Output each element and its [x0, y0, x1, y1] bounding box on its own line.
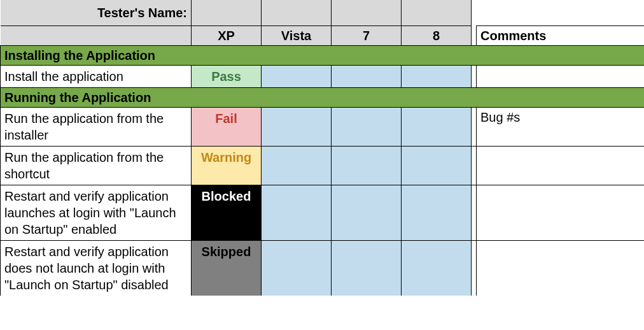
gap — [472, 107, 477, 146]
result-cell[interactable] — [332, 185, 402, 240]
result-cell[interactable] — [402, 107, 472, 146]
test-label: Run the application from the installer — [1, 107, 192, 146]
section-header: Installing the Application — [1, 45, 645, 65]
result-cell[interactable] — [402, 240, 472, 296]
comments-blank — [477, 0, 645, 25]
comment-cell[interactable] — [477, 146, 645, 185]
test-label: Install the application — [1, 65, 192, 87]
test-label: Restart and verify application does not … — [1, 240, 192, 296]
result-cell[interactable] — [262, 240, 332, 296]
col-header-8: 8 — [402, 25, 472, 45]
header-spacer — [1, 25, 192, 45]
col-header-vista: Vista — [262, 25, 332, 45]
gap — [472, 65, 477, 87]
result-cell[interactable] — [332, 240, 402, 296]
tester-name-label: Tester's Name: — [1, 0, 192, 25]
test-label: Restart and verify application launches … — [1, 185, 192, 240]
comment-cell[interactable]: Bug #s — [477, 107, 645, 146]
gap — [472, 25, 477, 45]
result-cell[interactable] — [262, 107, 332, 146]
result-cell[interactable] — [262, 65, 332, 87]
result-cell[interactable] — [402, 65, 472, 87]
result-cell[interactable]: Skipped — [192, 240, 262, 296]
gap — [472, 146, 477, 185]
tester-name-cell-8[interactable] — [402, 0, 472, 25]
col-header-xp: XP — [192, 25, 262, 45]
comment-cell[interactable] — [477, 185, 645, 240]
result-cell[interactable] — [402, 146, 472, 185]
col-header-7: 7 — [332, 25, 402, 45]
result-cell[interactable] — [332, 107, 402, 146]
comment-cell[interactable] — [477, 65, 645, 87]
result-cell[interactable]: Fail — [192, 107, 262, 146]
gap — [472, 0, 477, 25]
result-cell[interactable] — [402, 185, 472, 240]
result-cell[interactable]: Blocked — [192, 185, 262, 240]
result-cell[interactable]: Warning — [192, 146, 262, 185]
result-cell[interactable]: Pass — [192, 65, 262, 87]
result-cell[interactable] — [262, 185, 332, 240]
col-header-comments: Comments — [477, 25, 645, 45]
tester-name-cell-vista[interactable] — [262, 0, 332, 25]
tester-name-cell-xp[interactable] — [192, 0, 262, 25]
test-label: Run the application from the shortcut — [1, 146, 192, 185]
section-header: Running the Application — [1, 87, 645, 107]
result-cell[interactable] — [332, 65, 402, 87]
gap — [472, 185, 477, 240]
tester-name-cell-7[interactable] — [332, 0, 402, 25]
result-cell[interactable] — [332, 146, 402, 185]
gap — [472, 240, 477, 296]
comment-cell[interactable] — [477, 240, 645, 296]
result-cell[interactable] — [262, 146, 332, 185]
test-matrix-table: Tester's Name: XP Vista 7 8 Comments Ins… — [0, 0, 644, 296]
